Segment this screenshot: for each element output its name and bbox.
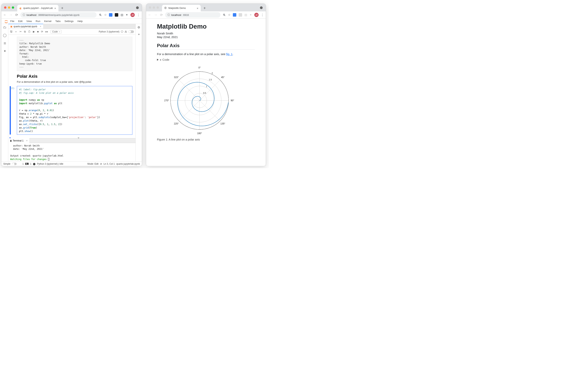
file-tab-close-icon[interactable]: × bbox=[40, 25, 41, 28]
toc-icon[interactable]: ≣ bbox=[3, 41, 6, 45]
site-info-icon[interactable]: ⓘ bbox=[23, 13, 25, 17]
add-cell-icon[interactable]: ＋ bbox=[15, 30, 17, 33]
search-icon[interactable]: 🔍︎ bbox=[223, 13, 226, 17]
max-dot[interactable] bbox=[157, 6, 159, 9]
run-icon[interactable]: ▶ bbox=[33, 30, 35, 33]
terminal-tab[interactable]: ▮ Terminal 1 × bbox=[8, 138, 30, 143]
code-fold-summary[interactable]: ▸ Code bbox=[157, 58, 255, 62]
menu-help[interactable]: Help bbox=[76, 19, 84, 23]
reader-icon[interactable]: ▤ bbox=[121, 13, 123, 17]
zoom-ext-icon[interactable] bbox=[109, 13, 112, 17]
zoom-ext-icon[interactable] bbox=[233, 13, 236, 17]
notebook-icon: ▣ bbox=[10, 25, 12, 28]
puzzle-icon[interactable]: ✦ bbox=[125, 13, 128, 17]
author: Norah Smith bbox=[157, 32, 255, 35]
menu-tabs[interactable]: Tabs bbox=[54, 19, 62, 23]
copy-icon[interactable]: ⧉ bbox=[24, 30, 26, 33]
output-collapser[interactable] bbox=[10, 138, 11, 138]
address-input[interactable]: ⓘ localhost:6916 bbox=[165, 12, 221, 18]
file-tab[interactable]: ▣ quarto-jupyterlab.ipynb × bbox=[8, 24, 43, 29]
notif-icon[interactable]: ⊘ bbox=[100, 163, 102, 165]
browser-tab[interactable]: ◐ quarto-jupyterl - JupyterLab × bbox=[17, 5, 58, 11]
stop-icon[interactable]: ■ bbox=[37, 30, 39, 33]
kebab-icon[interactable]: ⋮ bbox=[137, 13, 140, 17]
min-dot[interactable] bbox=[8, 6, 10, 9]
code-fold[interactable]: ▸ Code bbox=[157, 58, 255, 63]
simple-toggle[interactable] bbox=[12, 163, 17, 165]
back-icon[interactable]: ← bbox=[3, 13, 7, 17]
close-dot[interactable] bbox=[4, 6, 6, 9]
tab-close-icon[interactable]: × bbox=[197, 7, 198, 10]
traffic-lights[interactable] bbox=[149, 6, 159, 9]
menu-kernel[interactable]: Kernel bbox=[43, 19, 53, 23]
polar-plot-figure: 0°45°90°135°180°225°270°315°0.511.52 bbox=[157, 64, 242, 135]
kernel-name[interactable]: Python 3 (ipykernel) bbox=[99, 30, 119, 33]
status-simple: Simple bbox=[3, 163, 10, 165]
file-tab-label: quarto-jupyterlab.ipynb bbox=[14, 25, 37, 28]
folder-icon[interactable]: 🗀 bbox=[3, 26, 6, 29]
puzzle-icon[interactable]: ✦ bbox=[250, 13, 252, 17]
kernel-busy-icon: ⬤ bbox=[33, 163, 35, 165]
traffic-lights[interactable] bbox=[4, 6, 14, 9]
figure-caption: Figure 1: A line plot on a polar axis bbox=[157, 138, 255, 141]
window-menu-icon[interactable] bbox=[260, 6, 263, 9]
terminal[interactable]: author: Norah Smith date: 'May 22nd, 202… bbox=[8, 143, 135, 161]
terminal-badge-icon: $_ bbox=[25, 163, 29, 165]
jl-document-tabs: ▣ quarto-jupyterlab.ipynb × bbox=[8, 24, 135, 29]
menu-file[interactable]: File bbox=[9, 19, 16, 23]
svg-text:2: 2 bbox=[212, 72, 213, 74]
cut-icon[interactable]: ✂ bbox=[19, 30, 22, 33]
rendered-page[interactable]: Matplotlib Demo Norah Smith May 22nd, 20… bbox=[146, 18, 266, 166]
paste-icon[interactable]: 📋︎ bbox=[28, 30, 30, 33]
kebab-icon[interactable]: ⋮ bbox=[261, 13, 264, 17]
menu-settings[interactable]: Settings bbox=[63, 19, 75, 23]
url-bar: ← → ⟳ ⓘ localhost:8888/lab/tree/quarto-j… bbox=[1, 11, 142, 18]
new-tab-button[interactable]: + bbox=[202, 5, 207, 11]
reload-icon[interactable]: ⟳ bbox=[15, 13, 18, 17]
tab-close-icon[interactable]: × bbox=[54, 7, 56, 10]
reload-icon[interactable]: ⟳ bbox=[160, 13, 163, 17]
running-icon[interactable]: ◯ bbox=[3, 33, 7, 37]
back-icon[interactable]: ← bbox=[148, 13, 151, 17]
save-icon[interactable]: 🖫 bbox=[10, 30, 12, 33]
fwd-icon[interactable]: → bbox=[154, 13, 157, 17]
star-icon[interactable]: ☆ bbox=[104, 13, 107, 17]
ext-icon[interactable] bbox=[239, 13, 242, 17]
raw-cell[interactable]: --- title: Matplotlib Demo author: Norah… bbox=[17, 37, 132, 71]
search-icon[interactable]: 🔍︎ bbox=[99, 13, 102, 17]
property-icon[interactable]: ⚙︎ bbox=[137, 26, 140, 29]
code-cell[interactable]: [2]: #| label: fig-polar #| fig.cap: A l… bbox=[17, 86, 132, 135]
menu-view[interactable]: View bbox=[25, 19, 33, 23]
window-menu-icon[interactable] bbox=[136, 6, 139, 9]
fwd-icon[interactable]: → bbox=[9, 13, 13, 17]
terminal-cursor bbox=[48, 158, 49, 161]
menu-run[interactable]: Run bbox=[34, 19, 42, 23]
address-input[interactable]: ⓘ localhost:8888/lab/tree/quarto-jupyter… bbox=[20, 12, 96, 18]
markdown-cell[interactable]: Polar Axis For a demonstration of a line… bbox=[17, 74, 132, 83]
min-dot[interactable] bbox=[153, 6, 155, 9]
reader-icon[interactable]: ▤ bbox=[244, 13, 247, 17]
terminal-close-icon[interactable]: × bbox=[26, 139, 28, 142]
max-dot[interactable] bbox=[12, 6, 14, 9]
browser-tab[interactable]: 🌐︎ Matplotlib Demo × bbox=[162, 5, 201, 11]
avatar[interactable]: JJ bbox=[254, 13, 259, 17]
extensions-icon[interactable]: ✦ bbox=[3, 49, 6, 53]
avatar[interactable]: JJ bbox=[130, 13, 135, 17]
run-all-icon[interactable]: ▸▸ bbox=[46, 30, 48, 33]
debugger-toggle[interactable] bbox=[128, 30, 134, 33]
code-cell-content[interactable]: #| label: fig-polar #| fig.cap: A line p… bbox=[17, 86, 132, 135]
menu-edit[interactable]: Edit bbox=[17, 19, 24, 23]
star-icon[interactable]: ☆ bbox=[228, 13, 231, 17]
ext-icon[interactable] bbox=[115, 13, 118, 17]
polar-plot-output: 0°45°315°0.511.52 bbox=[42, 138, 116, 138]
new-tab-button[interactable]: + bbox=[60, 5, 65, 11]
close-dot[interactable] bbox=[149, 6, 151, 9]
status-terms: 1 bbox=[30, 163, 31, 165]
site-info-icon[interactable]: ⓘ bbox=[167, 13, 170, 17]
notebook-document[interactable]: --- title: Matplotlib Demo author: Norah… bbox=[8, 35, 135, 138]
debug-icon[interactable]: ⌖ bbox=[138, 33, 140, 36]
fig-ref-link[interactable]: fig. 1 bbox=[226, 52, 233, 56]
restart-icon[interactable]: ⟳ bbox=[41, 30, 43, 33]
cell-type-select[interactable]: Code bbox=[50, 30, 62, 33]
bug-icon[interactable]: ⁂ bbox=[125, 30, 127, 33]
